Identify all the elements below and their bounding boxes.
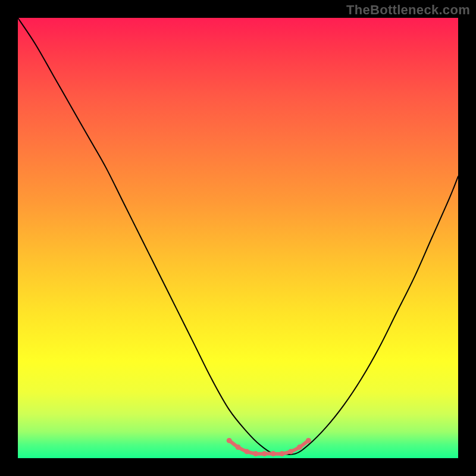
curve-svg xyxy=(18,18,458,458)
highlight-dot xyxy=(297,444,302,450)
series-curve xyxy=(18,18,458,455)
highlight-dot xyxy=(236,444,241,450)
highlight-dot xyxy=(306,438,311,443)
highlight-dot xyxy=(244,449,249,454)
chart-frame: TheBottleneck.com xyxy=(0,0,476,476)
watermark-text: TheBottleneck.com xyxy=(346,2,470,18)
highlight-dot xyxy=(288,449,293,454)
plot-area xyxy=(18,18,458,458)
highlight-dot xyxy=(262,451,267,456)
highlight-dot xyxy=(280,451,285,456)
highlight-dot xyxy=(253,451,258,456)
highlight-dot xyxy=(271,451,276,456)
highlight-dot xyxy=(227,438,232,443)
